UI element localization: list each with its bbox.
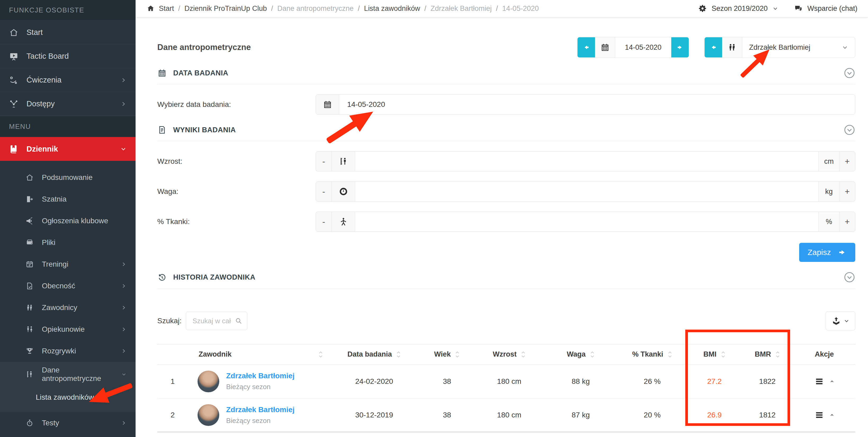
sidebar-section-personal-label: FUNKCJE OSOBISTE	[9, 6, 84, 14]
actions-menu-icon[interactable]	[814, 376, 825, 387]
player-name-link[interactable]: Zdrzałek Bartłomiej	[226, 372, 294, 380]
date-next-button[interactable]	[671, 37, 689, 57]
chevron-right-icon	[121, 327, 127, 332]
save-button[interactable]: Zapisz	[799, 243, 855, 262]
support-chat-button[interactable]: Wsparcie (chat)	[794, 4, 858, 13]
season-label: Sezon 2019/2020	[712, 4, 768, 13]
sort-icon[interactable]	[455, 350, 460, 359]
waga-row: Waga: - kg +	[157, 181, 855, 202]
sidebar-subitem-label: Pliki	[42, 238, 55, 247]
sidebar-subitem-rozgrywki[interactable]: Rozgrywki	[0, 340, 135, 362]
cell-actions	[794, 376, 855, 387]
player-avatar[interactable]	[197, 371, 219, 392]
sort-icon[interactable]	[590, 350, 595, 359]
collapse-chevron-icon[interactable]	[844, 124, 855, 136]
date-prev-button[interactable]	[578, 37, 595, 57]
sidebar-item-dostepy[interactable]: Dostępy	[0, 92, 135, 116]
breadcrumb-item[interactable]: Zdrzałek Bartłomiej	[431, 4, 492, 13]
height-measure-icon	[339, 157, 348, 166]
history-icon	[157, 272, 167, 282]
decrement-button[interactable]: -	[316, 182, 332, 201]
caret-up-icon[interactable]	[829, 378, 835, 384]
sidebar-subitem-podsumowanie[interactable]: Podsumowanie	[0, 167, 135, 188]
header-bmi[interactable]: BMI	[688, 350, 741, 359]
collapse-chevron-icon[interactable]	[844, 271, 855, 283]
sort-icon[interactable]	[775, 350, 780, 359]
sidebar-submenu: Podsumowanie Szatnia Ogłoszenia klubowe …	[0, 161, 135, 434]
breadcrumb-separator: /	[271, 4, 273, 13]
main-area: Start / Dziennik ProTrainUp Club / Dane …	[135, 0, 868, 437]
decrement-button[interactable]: -	[316, 212, 332, 232]
increment-button[interactable]: +	[839, 152, 855, 171]
waga-input-group: - kg +	[316, 181, 855, 202]
player-select[interactable]: Zdrzałek Bartłomiej	[742, 37, 855, 57]
decrement-button[interactable]: -	[316, 152, 332, 171]
actions-menu-icon[interactable]	[814, 409, 825, 421]
sort-icon[interactable]	[721, 350, 725, 359]
body-icon-cell	[332, 212, 355, 232]
date-nav-value[interactable]: 14-05-2020	[615, 37, 671, 57]
increment-button[interactable]: +	[839, 212, 855, 232]
history-table: Zawodnik Data badania Wiek Wzrost	[157, 344, 855, 432]
chat-icon	[794, 4, 803, 13]
home-icon	[9, 28, 19, 37]
header-data-badania[interactable]: Data badania	[328, 350, 421, 359]
breadcrumb-item[interactable]: Start	[159, 4, 174, 13]
sidebar-subitem-zawodnicy[interactable]: Zawodnicy	[0, 297, 135, 318]
players-icon	[25, 303, 34, 312]
header-akcje: Akcje	[794, 350, 855, 359]
sort-icon[interactable]	[668, 350, 672, 359]
sidebar-subitem-szatnia[interactable]: Szatnia	[0, 188, 135, 210]
sidebar-subitem-dane-antropometryczne[interactable]: Dane antropometryczne	[0, 364, 135, 385]
header-wzrost[interactable]: Wzrost	[473, 350, 545, 359]
tkanki-input[interactable]	[355, 212, 818, 232]
table-header-row: Zawodnik Data badania Wiek Wzrost	[157, 344, 855, 365]
breadcrumb-item[interactable]: Dane antropometryczne	[277, 4, 353, 13]
date-input[interactable]: 14-05-2020	[339, 95, 855, 114]
sidebar-item-cwiczenia[interactable]: Ćwiczenia	[0, 68, 135, 92]
sidebar-subitem-treningi[interactable]: Treningi	[0, 254, 135, 275]
collapse-chevron-icon[interactable]	[844, 67, 855, 79]
header-zawodnik[interactable]: Zawodnik	[188, 350, 328, 359]
caret-up-icon[interactable]	[829, 412, 835, 418]
sidebar-item-dziennik[interactable]: Dziennik	[0, 137, 135, 161]
header-tkanki[interactable]: % Tkanki	[616, 350, 688, 359]
sidebar-item-tactic-board[interactable]: Tactic Board	[0, 44, 135, 68]
cell-date: 24-02-2020	[328, 377, 421, 386]
sidebar-subitem-obecnosc[interactable]: Obecność	[0, 275, 135, 297]
player-prev-button[interactable]	[705, 37, 722, 57]
header-waga[interactable]: Waga	[545, 350, 616, 359]
calendar-icon	[600, 42, 610, 52]
export-button[interactable]	[826, 311, 855, 330]
sidebar-item-start[interactable]: Start	[0, 21, 135, 44]
season-selector[interactable]: Sezon 2019/2020	[698, 4, 778, 13]
gauge-icon-cell	[332, 182, 355, 201]
sidebar-subitem-testy[interactable]: Testy	[0, 412, 135, 434]
sidebar-subitem-pliki[interactable]: Pliki	[0, 232, 135, 254]
sidebar-subitem-ogloszenia[interactable]: Ogłoszenia klubowe	[0, 210, 135, 232]
header-wiek[interactable]: Wiek	[421, 350, 473, 359]
increment-button[interactable]: +	[839, 182, 855, 201]
sort-icon[interactable]	[318, 350, 323, 359]
players-icon-button	[722, 37, 742, 57]
breadcrumb-item[interactable]: Dziennik ProTrainUp Club	[185, 4, 267, 13]
sidebar-subitem-lista-zawodnikow[interactable]: Lista zawodników	[0, 385, 135, 409]
breadcrumb-separator: /	[358, 4, 360, 13]
sidebar-subitem-opiekunowie[interactable]: Opiekunowie	[0, 318, 135, 340]
sort-icon[interactable]	[521, 350, 526, 359]
date-calendar-button[interactable]	[595, 37, 615, 57]
header-bmr[interactable]: BMR	[741, 350, 794, 359]
guardians-icon	[25, 325, 34, 334]
waga-input[interactable]	[355, 182, 818, 201]
wzrost-input[interactable]	[355, 152, 818, 171]
sidebar-section-menu-header: MENU	[0, 116, 135, 137]
breadcrumb-item[interactable]: Lista zawodników	[364, 4, 420, 13]
sidebar-subitem-label: Treningi	[42, 260, 68, 269]
sort-icon[interactable]	[396, 350, 401, 359]
door-exit-icon	[25, 195, 34, 203]
player-avatar[interactable]	[197, 404, 219, 426]
sidebar-anthro-group: Dane antropometryczne Lista zawodników	[0, 362, 135, 412]
calendar-icon-cell[interactable]	[316, 95, 339, 114]
wzrost-label: Wzrost:	[157, 157, 316, 166]
player-name-link[interactable]: Zdrzałek Bartłomiej	[226, 405, 294, 414]
